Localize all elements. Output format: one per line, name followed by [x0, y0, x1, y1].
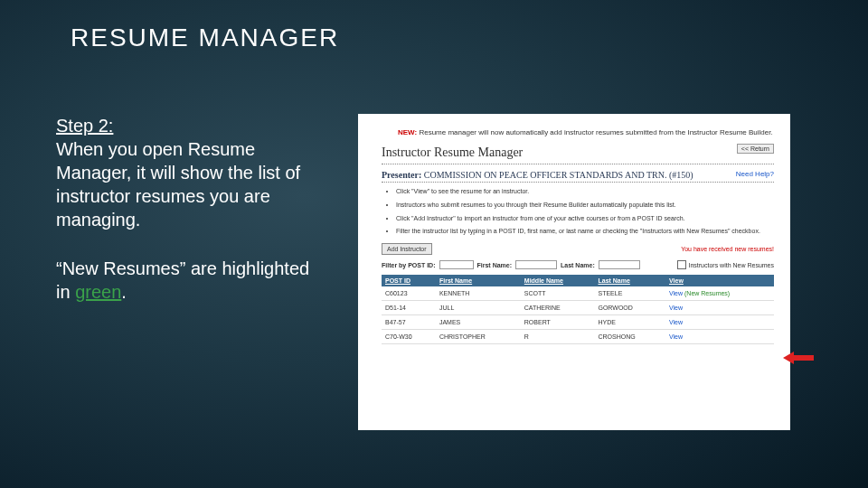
- bullet-item: Filter the instructor list by typing in …: [396, 228, 774, 236]
- presenter-line: Presenter: COMMISSION ON PEACE OFFICER S…: [382, 170, 774, 183]
- presenter-name: COMMISSION ON PEACE OFFICER STANDARDS AN…: [424, 170, 667, 180]
- filter-newresumes-label: Instructors with New Resumes: [688, 262, 774, 268]
- annotation-arrow-icon: [783, 352, 814, 364]
- filter-first-label: First Name:: [477, 262, 513, 268]
- filter-first-input[interactable]: [515, 260, 557, 269]
- table-row: C70-W30 CHRISTOPHER R CROSHONG View: [382, 330, 774, 344]
- col-first[interactable]: First Name: [436, 275, 521, 286]
- slide: RESUME MANAGER Step 2: When you open Res…: [0, 0, 868, 488]
- need-help-link[interactable]: Need Help?: [736, 170, 774, 178]
- new-resume-tag: (New Resumes): [684, 290, 730, 296]
- bullet-item: Click "View" to see the resume for an in…: [396, 188, 774, 196]
- table-row: D51-14 JULL CATHERINE GORWOOD View: [382, 301, 774, 315]
- slide-title: RESUME MANAGER: [71, 23, 339, 52]
- step-label: Step 2:: [56, 116, 113, 136]
- new-banner: NEW: Resume manager will now automatical…: [398, 128, 774, 136]
- col-view[interactable]: View: [665, 275, 774, 286]
- view-link[interactable]: View: [665, 315, 774, 330]
- instruction-bullets: Click "View" to see the resume for an in…: [382, 188, 774, 236]
- section-heading: Instructor Resume Manager: [382, 145, 523, 159]
- view-link[interactable]: View: [665, 330, 774, 344]
- return-button[interactable]: << Return: [737, 144, 774, 154]
- filter-last-input[interactable]: [599, 260, 640, 269]
- col-middle[interactable]: Middle Name: [521, 275, 595, 286]
- table-row: B47-57 JAMES ROBERT HYDE View: [382, 315, 774, 330]
- bullet-item: Instructors who submit resumes to you th…: [396, 202, 774, 210]
- new-text: Resume manager will now automatically ad…: [419, 128, 772, 136]
- view-link[interactable]: View (New Resumes): [665, 286, 774, 301]
- paragraph-2: “New Resumes” are highlighted in green.: [56, 257, 327, 304]
- table-header-row: POST ID First Name Middle Name Last Name…: [382, 275, 774, 286]
- new-label: NEW:: [398, 128, 417, 136]
- add-instructor-button[interactable]: Add Instructor: [382, 243, 432, 255]
- col-postid[interactable]: POST ID: [382, 275, 436, 286]
- toolbar: Add Instructor You have received new res…: [382, 243, 774, 255]
- presenter-id: (#150): [669, 170, 693, 180]
- filter-row: Filter by POST ID: First Name: Last Name…: [382, 260, 774, 269]
- bullet-item: Click "Add Instructor" to import an inst…: [396, 215, 774, 223]
- paragraph-1: When you open Resume Manager, it will sh…: [56, 139, 300, 230]
- embedded-screenshot: NEW: Resume manager will now automatical…: [358, 114, 790, 430]
- filter-newresumes-checkbox[interactable]: [677, 260, 686, 269]
- new-resumes-alert: You have received new resumes!: [681, 246, 774, 252]
- table-row: C60123 KENNETH SCOTT STEELE View (New Re…: [382, 286, 774, 301]
- section-heading-row: Instructor Resume Manager << Return: [382, 145, 774, 164]
- green-word: green: [75, 282, 121, 302]
- filter-postid-input[interactable]: [439, 260, 474, 269]
- filter-postid-label: Filter by POST ID:: [382, 262, 436, 268]
- view-link[interactable]: View: [665, 301, 774, 315]
- filter-last-label: Last Name:: [561, 262, 595, 268]
- col-last[interactable]: Last Name: [594, 275, 665, 286]
- instructor-table: POST ID First Name Middle Name Last Name…: [382, 275, 774, 344]
- slide-body: Step 2: When you open Resume Manager, it…: [56, 114, 327, 304]
- presenter-label: Presenter:: [382, 170, 421, 180]
